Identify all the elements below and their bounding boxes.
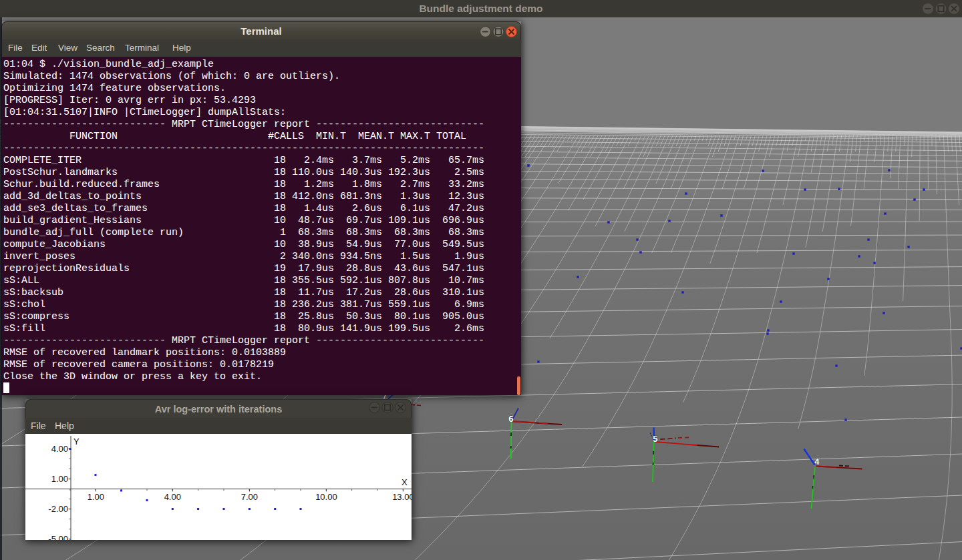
svg-text:5: 5: [653, 435, 658, 445]
svg-text:13.00: 13.00: [392, 492, 412, 502]
svg-text:1.00: 1.00: [88, 492, 104, 502]
svg-text:-5.00: -5.00: [48, 534, 68, 540]
svg-text:7.00: 7.00: [241, 492, 258, 502]
svg-text:1.00: 1.00: [51, 474, 68, 484]
svg-text:4: 4: [814, 457, 820, 467]
svg-text:Y: Y: [73, 437, 79, 447]
svg-text:6: 6: [508, 414, 514, 425]
svg-text:X: X: [402, 477, 408, 487]
svg-text:10.00: 10.00: [315, 492, 337, 502]
svg-text:4.00: 4.00: [164, 492, 181, 502]
svg-text:-2.00: -2.00: [48, 504, 68, 514]
svg-text:4.00: 4.00: [51, 444, 68, 454]
